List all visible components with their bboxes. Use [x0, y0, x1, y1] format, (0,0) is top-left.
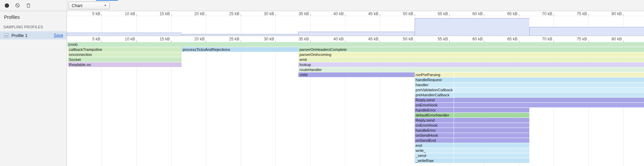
- ruler-label: 75 kB: [577, 37, 587, 41]
- flame-bar[interactable]: onErrorHook: [415, 103, 644, 107]
- record-icon: [5, 3, 9, 8]
- ruler-tick: [275, 14, 276, 16]
- flame-bar[interactable]: Reply.send: [415, 98, 644, 102]
- ruler-label: 80 kB: [611, 11, 622, 16]
- ruler-tick: [137, 14, 137, 16]
- flame-bar[interactable]: runPreParsing: [415, 72, 644, 77]
- ruler-tick: [171, 14, 172, 16]
- flame-bar[interactable]: defaultErrorHandler: [415, 113, 529, 118]
- flame-bar[interactable]: handleError: [415, 128, 529, 133]
- save-profile-link[interactable]: Save: [54, 33, 64, 38]
- ruler-label: 50 kB: [403, 37, 413, 41]
- flame-chart: (root)callbackTrampolineprocessTicksAndR…: [67, 42, 644, 166]
- ruler-label: 60 kB: [472, 11, 483, 16]
- flame-bar[interactable]: parserOnHeadersComplete: [298, 47, 644, 52]
- flame-row: _send: [67, 153, 644, 158]
- sidebar-item-profile-1[interactable]: Profile 1 Save: [0, 31, 67, 39]
- ruler-tick: [449, 14, 450, 16]
- gridline: [206, 16, 206, 36]
- flame-bar[interactable]: parserOnIncoming: [298, 52, 644, 57]
- overview-area-step: [415, 18, 529, 36]
- flame-row: _writeRaw: [67, 158, 644, 163]
- clear-icon: [15, 3, 20, 8]
- flame-bar[interactable]: routeHandler: [298, 67, 644, 72]
- ruler-label: 5 kB: [92, 37, 100, 41]
- ruler-label: 40 kB: [333, 37, 344, 41]
- ruler-label: 65 kB: [507, 37, 518, 41]
- flame-row: onErrorHook: [67, 103, 644, 108]
- flame-bar[interactable]: _send: [415, 153, 529, 158]
- flame-bar[interactable]: onconnection: [68, 52, 182, 57]
- ruler-label: 35 kB: [299, 37, 309, 41]
- record-button[interactable]: [2, 1, 11, 10]
- flame-bar[interactable]: onSendHook: [415, 133, 529, 138]
- profiles-sidebar: Profiles SAMPLING PROFILES Profile 1 Sav…: [0, 11, 67, 166]
- flame-row: Reply.send: [67, 98, 644, 103]
- flame-bar[interactable]: emit: [298, 57, 644, 62]
- gridline: [275, 16, 276, 36]
- flame-bar[interactable]: handler: [415, 82, 644, 87]
- ruler-label: 70 kB: [542, 11, 553, 16]
- size-ruler-flame: 5 kB10 kB15 kB20 kB25 kB30 kB35 kB40 kB4…: [67, 36, 644, 42]
- flame-bar[interactable]: child: [298, 72, 414, 77]
- ruler-label: 25 kB: [229, 37, 239, 41]
- flame-row: Socketemit: [67, 57, 644, 62]
- flame-bar[interactable]: write_: [415, 148, 529, 153]
- flame-bar[interactable]: Reply.send: [415, 118, 529, 123]
- size-ruler-top: 5 kB10 kB15 kB20 kB25 kB30 kB35 kB40 kB4…: [67, 11, 644, 16]
- flame-bar[interactable]: handleError: [415, 108, 529, 112]
- ruler-label: 40 kB: [333, 11, 344, 16]
- clear-button[interactable]: [13, 1, 22, 10]
- ruler-tick: [345, 14, 345, 16]
- delete-profile-button[interactable]: [24, 1, 33, 10]
- flame-bar[interactable]: onErrorHook: [415, 123, 529, 128]
- allocation-overview[interactable]: [67, 16, 644, 36]
- flame-bar[interactable]: lookup: [298, 62, 644, 67]
- flame-bar[interactable]: Socket: [68, 57, 182, 62]
- profile-name: Profile 1: [11, 33, 28, 38]
- ruler-label: 5 kB: [92, 11, 100, 16]
- ruler-tick: [310, 14, 311, 16]
- flame-row: Reply.send: [67, 118, 644, 123]
- ruler-label: 30 kB: [264, 11, 274, 16]
- ruler-label: 20 kB: [194, 11, 205, 16]
- flame-row: (root): [67, 42, 644, 47]
- ruler-tick: [241, 14, 241, 16]
- ruler-label: 20 kB: [194, 37, 205, 41]
- flame-row: end: [67, 143, 644, 148]
- flame-bar[interactable]: _writeRaw: [415, 158, 529, 163]
- ruler-label: 80 kB: [611, 37, 622, 41]
- flame-row: onconnectionparserOnIncoming: [67, 52, 644, 57]
- flame-bar[interactable]: handleRequest: [415, 77, 644, 82]
- flame-bar[interactable]: Readable.on: [68, 62, 182, 67]
- flame-bar[interactable]: callbackTrampoline: [68, 47, 182, 52]
- flame-row: handleRequest: [67, 77, 644, 82]
- sample-seam: [454, 72, 454, 163]
- flame-row: routeHandler: [67, 67, 644, 72]
- flame-bar[interactable]: preValidationCallback: [415, 88, 644, 92]
- chart-view-select[interactable]: Chart ▼: [69, 2, 110, 9]
- sampling-profiles-header: SAMPLING PROFILES: [0, 20, 67, 31]
- flame-bar[interactable]: (root): [67, 42, 644, 47]
- ruler-label: 55 kB: [438, 37, 448, 41]
- flame-row: Readable.onlookup: [67, 62, 644, 67]
- flame-bar[interactable]: preHandlerCallback: [415, 93, 644, 97]
- profile-chart-icon: [4, 33, 9, 38]
- flame-row: onSendHook: [67, 133, 644, 138]
- chevron-down-icon: ▼: [104, 4, 107, 7]
- flame-row: defaultErrorHandler: [67, 113, 644, 118]
- ruler-label: 65 kB: [507, 11, 518, 16]
- flame-bar[interactable]: end: [415, 143, 529, 148]
- accent-line: [96, 0, 118, 1]
- flame-bar[interactable]: processTicksAndRejections: [182, 47, 298, 52]
- flame-bar[interactable]: onSendEnd: [415, 138, 529, 143]
- flame-row: callbackTrampolineprocessTicksAndRejecti…: [67, 47, 644, 52]
- panel-body: Profiles SAMPLING PROFILES Profile 1 Sav…: [0, 11, 644, 166]
- chart-view-select-value: Chart: [72, 3, 82, 8]
- overview-area-step: [529, 27, 644, 36]
- ruler-tick: [102, 14, 102, 16]
- flame-row: preValidationCallback: [67, 88, 644, 93]
- chart-area: 5 kB10 kB15 kB20 kB25 kB30 kB35 kB40 kB4…: [67, 11, 644, 166]
- gridline: [241, 16, 241, 36]
- flame-row: handleError: [67, 128, 644, 133]
